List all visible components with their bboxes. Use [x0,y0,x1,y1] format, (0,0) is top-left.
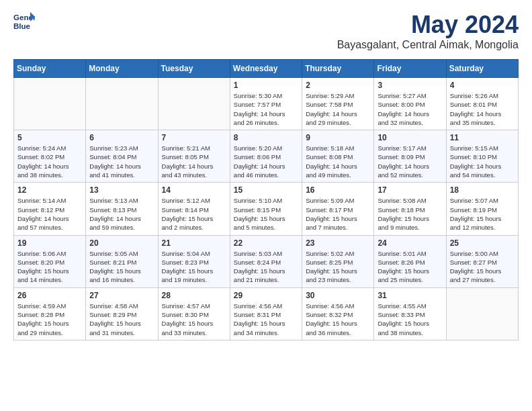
calendar-cell: 25Sunrise: 5:00 AM Sunset: 8:27 PM Dayli… [446,235,518,287]
day-info: Sunrise: 5:15 AM Sunset: 8:10 PM Dayligh… [450,144,515,179]
day-number: 20 [89,238,154,248]
calendar-cell [86,78,158,130]
day-number: 14 [162,185,226,195]
weekday-header: Wednesday [230,60,302,78]
day-info: Sunrise: 5:21 AM Sunset: 8:05 PM Dayligh… [162,144,226,179]
day-number: 1 [234,81,298,90]
day-number: 22 [234,238,298,248]
day-number: 17 [378,185,442,195]
day-info: Sunrise: 4:56 AM Sunset: 8:32 PM Dayligh… [306,302,370,337]
calendar-cell: 6Sunrise: 5:23 AM Sunset: 8:04 PM Daylig… [86,130,158,183]
day-number: 9 [306,133,370,142]
day-info: Sunrise: 5:17 AM Sunset: 8:09 PM Dayligh… [378,144,442,179]
calendar-cell: 4Sunrise: 5:26 AM Sunset: 8:01 PM Daylig… [446,78,518,130]
day-number: 26 [17,291,82,300]
day-info: Sunrise: 5:27 AM Sunset: 8:00 PM Dayligh… [378,91,442,127]
calendar-cell: 12Sunrise: 5:14 AM Sunset: 8:12 PM Dayli… [14,183,86,235]
calendar-week-row: 12Sunrise: 5:14 AM Sunset: 8:12 PM Dayli… [14,183,519,235]
day-number: 30 [306,291,370,300]
calendar-cell: 7Sunrise: 5:21 AM Sunset: 8:05 PM Daylig… [158,130,230,183]
day-number: 4 [450,81,515,90]
weekday-header: Monday [86,60,158,78]
calendar-week-row: 19Sunrise: 5:06 AM Sunset: 8:20 PM Dayli… [14,235,519,287]
day-number: 6 [89,133,154,142]
calendar-cell: 24Sunrise: 5:01 AM Sunset: 8:26 PM Dayli… [374,235,446,287]
calendar-table: SundayMondayTuesdayWednesdayThursdayFrid… [13,59,519,340]
day-number: 19 [17,238,82,248]
logo-icon: General Blue [13,11,35,32]
calendar-cell: 20Sunrise: 5:05 AM Sunset: 8:21 PM Dayli… [86,235,158,287]
weekday-header-row: SundayMondayTuesdayWednesdayThursdayFrid… [14,60,519,78]
calendar-cell: 21Sunrise: 5:04 AM Sunset: 8:23 PM Dayli… [158,235,230,287]
day-info: Sunrise: 4:58 AM Sunset: 8:29 PM Dayligh… [89,302,154,337]
day-number: 13 [89,185,154,195]
calendar-week-row: 1Sunrise: 5:30 AM Sunset: 7:57 PM Daylig… [14,78,519,130]
calendar-cell: 28Sunrise: 4:57 AM Sunset: 8:30 PM Dayli… [158,287,230,340]
day-info: Sunrise: 5:04 AM Sunset: 8:23 PM Dayligh… [162,249,226,285]
calendar-cell: 29Sunrise: 4:56 AM Sunset: 8:31 PM Dayli… [230,287,302,340]
day-number: 24 [378,238,442,248]
day-number: 2 [306,81,370,90]
day-info: Sunrise: 5:03 AM Sunset: 8:24 PM Dayligh… [234,249,298,285]
title-area: May 2024 Bayasgalant, Central Aimak, Mon… [337,11,519,51]
day-number: 16 [306,185,370,195]
calendar-cell: 16Sunrise: 5:09 AM Sunset: 8:17 PM Dayli… [302,183,374,235]
day-number: 15 [234,185,298,195]
day-number: 5 [17,133,82,142]
day-info: Sunrise: 4:56 AM Sunset: 8:31 PM Dayligh… [234,302,298,337]
calendar-week-row: 5Sunrise: 5:24 AM Sunset: 8:02 PM Daylig… [14,130,519,183]
calendar-cell: 1Sunrise: 5:30 AM Sunset: 7:57 PM Daylig… [230,78,302,130]
weekday-header: Tuesday [158,60,230,78]
day-info: Sunrise: 5:09 AM Sunset: 8:17 PM Dayligh… [306,196,370,232]
svg-text:Blue: Blue [13,22,31,30]
page-header: General Blue May 2024 Bayasgalant, Centr… [13,11,519,51]
calendar-cell: 17Sunrise: 5:08 AM Sunset: 8:18 PM Dayli… [374,183,446,235]
day-info: Sunrise: 5:20 AM Sunset: 8:06 PM Dayligh… [234,144,298,179]
day-number: 3 [378,81,442,90]
day-info: Sunrise: 5:10 AM Sunset: 8:15 PM Dayligh… [234,196,298,232]
day-number: 23 [306,238,370,248]
calendar-cell: 13Sunrise: 5:13 AM Sunset: 8:13 PM Dayli… [86,183,158,235]
calendar-cell: 27Sunrise: 4:58 AM Sunset: 8:29 PM Dayli… [86,287,158,340]
calendar-cell: 10Sunrise: 5:17 AM Sunset: 8:09 PM Dayli… [374,130,446,183]
calendar-cell: 18Sunrise: 5:07 AM Sunset: 8:19 PM Dayli… [446,183,518,235]
month-title: May 2024 [337,11,519,39]
day-number: 25 [450,238,515,248]
calendar-cell: 19Sunrise: 5:06 AM Sunset: 8:20 PM Dayli… [14,235,86,287]
day-number: 10 [378,133,442,142]
day-info: Sunrise: 5:26 AM Sunset: 8:01 PM Dayligh… [450,91,515,127]
calendar-cell [14,78,86,130]
calendar-cell: 23Sunrise: 5:02 AM Sunset: 8:25 PM Dayli… [302,235,374,287]
calendar-cell: 26Sunrise: 4:59 AM Sunset: 8:28 PM Dayli… [14,287,86,340]
calendar-cell: 3Sunrise: 5:27 AM Sunset: 8:00 PM Daylig… [374,78,446,130]
day-info: Sunrise: 4:55 AM Sunset: 8:33 PM Dayligh… [378,302,442,337]
calendar-cell [446,287,518,340]
day-number: 31 [378,291,442,300]
location-title: Bayasgalant, Central Aimak, Mongolia [337,39,519,51]
calendar-cell: 2Sunrise: 5:29 AM Sunset: 7:58 PM Daylig… [302,78,374,130]
logo: General Blue [13,11,35,32]
calendar-cell: 11Sunrise: 5:15 AM Sunset: 8:10 PM Dayli… [446,130,518,183]
day-info: Sunrise: 5:30 AM Sunset: 7:57 PM Dayligh… [234,91,298,127]
calendar-week-row: 26Sunrise: 4:59 AM Sunset: 8:28 PM Dayli… [14,287,519,340]
day-number: 21 [162,238,226,248]
day-info: Sunrise: 5:18 AM Sunset: 8:08 PM Dayligh… [306,144,370,179]
calendar-cell [158,78,230,130]
day-info: Sunrise: 5:00 AM Sunset: 8:27 PM Dayligh… [450,249,515,285]
calendar-cell: 5Sunrise: 5:24 AM Sunset: 8:02 PM Daylig… [14,130,86,183]
day-info: Sunrise: 5:02 AM Sunset: 8:25 PM Dayligh… [306,249,370,285]
day-number: 29 [234,291,298,300]
day-info: Sunrise: 5:01 AM Sunset: 8:26 PM Dayligh… [378,249,442,285]
day-number: 12 [17,185,82,195]
calendar-cell: 14Sunrise: 5:12 AM Sunset: 8:14 PM Dayli… [158,183,230,235]
calendar-cell: 30Sunrise: 4:56 AM Sunset: 8:32 PM Dayli… [302,287,374,340]
weekday-header: Thursday [302,60,374,78]
day-info: Sunrise: 5:06 AM Sunset: 8:20 PM Dayligh… [17,249,82,285]
weekday-header: Friday [374,60,446,78]
day-number: 7 [162,133,226,142]
weekday-header: Sunday [14,60,86,78]
day-info: Sunrise: 5:08 AM Sunset: 8:18 PM Dayligh… [378,196,442,232]
calendar-cell: 9Sunrise: 5:18 AM Sunset: 8:08 PM Daylig… [302,130,374,183]
day-info: Sunrise: 5:23 AM Sunset: 8:04 PM Dayligh… [89,144,154,179]
day-number: 8 [234,133,298,142]
